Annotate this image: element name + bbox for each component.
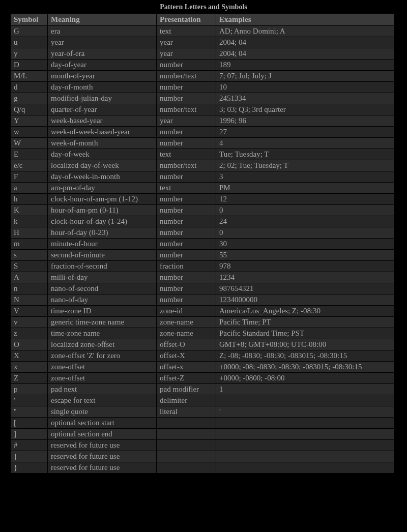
table-body: GeratextAD; Anno Domini; Auyearyear2004;… bbox=[11, 26, 394, 473]
table-cell: number bbox=[157, 239, 216, 249]
table-cell: zone-id bbox=[157, 306, 216, 316]
table-cell: week-based-year bbox=[48, 115, 156, 126]
table-cell: literal bbox=[157, 406, 216, 417]
table-cell: 7; 07; Jul; July; J bbox=[216, 71, 394, 81]
table-cell: { bbox=[11, 451, 47, 462]
table-row: gmodified-julian-daynumber2451334 bbox=[11, 93, 394, 104]
table-cell: 1234000000 bbox=[216, 294, 394, 305]
table-cell: nano-of-day bbox=[48, 294, 156, 305]
table-cell: day-of-week bbox=[48, 149, 156, 160]
table-row: ppad nextpad modifier1 bbox=[11, 384, 394, 395]
table-cell: z bbox=[11, 328, 47, 339]
table-cell bbox=[216, 462, 394, 473]
table-cell: optional section start bbox=[48, 418, 156, 428]
table-cell: number/text bbox=[157, 71, 216, 81]
table-cell: zone-name bbox=[157, 317, 216, 328]
table-cell: Y bbox=[11, 115, 47, 126]
table-cell: era bbox=[48, 26, 156, 37]
table-cell: 27 bbox=[216, 127, 394, 137]
table-cell: s bbox=[11, 250, 47, 260]
table-cell: number/text bbox=[157, 160, 216, 171]
table-cell: Z bbox=[11, 373, 47, 383]
table-row: #reserved for future use bbox=[11, 440, 394, 451]
table-cell: day-of-year bbox=[48, 60, 156, 70]
table-cell: number bbox=[157, 272, 216, 283]
table-cell: 2; 02; Tue; Tuesday; T bbox=[216, 160, 394, 171]
table-cell: time-zone ID bbox=[48, 306, 156, 316]
table-cell: w bbox=[11, 127, 47, 137]
table-cell bbox=[216, 429, 394, 439]
table-cell: E bbox=[11, 149, 47, 160]
table-cell: [ bbox=[11, 418, 47, 428]
table-cell bbox=[216, 440, 394, 451]
table-cell: # bbox=[11, 440, 47, 451]
table-cell bbox=[216, 395, 394, 406]
table-cell: reserved for future use bbox=[48, 440, 156, 451]
table-cell: 1234 bbox=[216, 272, 394, 283]
table-cell: second-of-minute bbox=[48, 250, 156, 260]
table-cell: 4 bbox=[216, 138, 394, 149]
table-cell: quarter-of-year bbox=[48, 104, 156, 115]
header-meaning: Meaning bbox=[48, 14, 156, 25]
table-cell: G bbox=[11, 26, 47, 37]
table-cell: v bbox=[11, 317, 47, 328]
table-row: }reserved for future use bbox=[11, 462, 394, 473]
table-cell: Pacific Standard Time; PST bbox=[216, 328, 394, 339]
table-row: Wweek-of-monthnumber4 bbox=[11, 138, 394, 149]
table-cell: text bbox=[157, 149, 216, 160]
table-cell: reserved for future use bbox=[48, 462, 156, 473]
table-cell: ' bbox=[11, 395, 47, 406]
table-row: {reserved for future use bbox=[11, 451, 394, 462]
table-cell: ] bbox=[11, 429, 47, 439]
table-cell: '' bbox=[11, 406, 47, 417]
table-row: uyearyear2004; 04 bbox=[11, 37, 394, 48]
table-cell bbox=[157, 440, 216, 451]
table-cell: number bbox=[157, 138, 216, 149]
table-cell: number bbox=[157, 194, 216, 204]
table-cell: F bbox=[11, 171, 47, 182]
table-row: kclock-hour-of-day (1-24)number24 bbox=[11, 216, 394, 227]
table-cell: } bbox=[11, 462, 47, 473]
table-cell: optional section end bbox=[48, 429, 156, 439]
table-cell bbox=[216, 451, 394, 462]
table-row: Q/qquarter-of-yearnumber/text3; 03; Q3; … bbox=[11, 104, 394, 115]
table-cell: g bbox=[11, 93, 47, 104]
table-cell: offset-x bbox=[157, 362, 216, 372]
table-cell: hour-of-day (0-23) bbox=[48, 227, 156, 238]
table-row: Vtime-zone IDzone-idAmerica/Los_Angeles;… bbox=[11, 306, 394, 316]
table-cell: year bbox=[157, 37, 216, 48]
table-cell: a bbox=[11, 183, 47, 193]
table-cell: +0000; -08; -0830; -08:30; -083015; -08:… bbox=[216, 362, 394, 372]
table-cell: offset-Z bbox=[157, 373, 216, 383]
table-cell: 0 bbox=[216, 205, 394, 216]
table-row: Yweek-based-yearyear1996; 96 bbox=[11, 115, 394, 126]
table-cell: 2004; 04 bbox=[216, 48, 394, 59]
table-cell: d bbox=[11, 82, 47, 93]
table-cell: clock-hour-of-am-pm (1-12) bbox=[48, 194, 156, 204]
table-row: xzone-offsetoffset-x+0000; -08; -0830; -… bbox=[11, 362, 394, 372]
table-cell: h bbox=[11, 194, 47, 204]
table-cell: GMT+8; GMT+08:00; UTC-08:00 bbox=[216, 339, 394, 350]
table-cell: K bbox=[11, 205, 47, 216]
table-cell: 12 bbox=[216, 194, 394, 204]
table-cell: p bbox=[11, 384, 47, 395]
table-row: vgeneric time-zone namezone-namePacific … bbox=[11, 317, 394, 328]
table-cell: am-pm-of-day bbox=[48, 183, 156, 193]
table-row: hclock-hour-of-am-pm (1-12)number12 bbox=[11, 194, 394, 204]
table-cell: O bbox=[11, 339, 47, 350]
table-cell: N bbox=[11, 294, 47, 305]
table-row: 'escape for textdelimiter bbox=[11, 395, 394, 406]
table-cell: single quote bbox=[48, 406, 156, 417]
table-row: Nnano-of-daynumber1234000000 bbox=[11, 294, 394, 305]
table-cell: m bbox=[11, 239, 47, 249]
table-cell: delimiter bbox=[157, 395, 216, 406]
table-cell: ' bbox=[216, 406, 394, 417]
pattern-table: Symbol Meaning Presentation Examples Ger… bbox=[10, 13, 394, 474]
table-row: ]optional section end bbox=[11, 429, 394, 439]
table-cell: year bbox=[48, 37, 156, 48]
table-cell: number/text bbox=[157, 104, 216, 115]
table-cell: 10 bbox=[216, 82, 394, 93]
table-row: Zzone-offsetoffset-Z+0000; -0800; -08:00 bbox=[11, 373, 394, 383]
table-cell: month-of-year bbox=[48, 71, 156, 81]
table-row: ztime-zone namezone-namePacific Standard… bbox=[11, 328, 394, 339]
